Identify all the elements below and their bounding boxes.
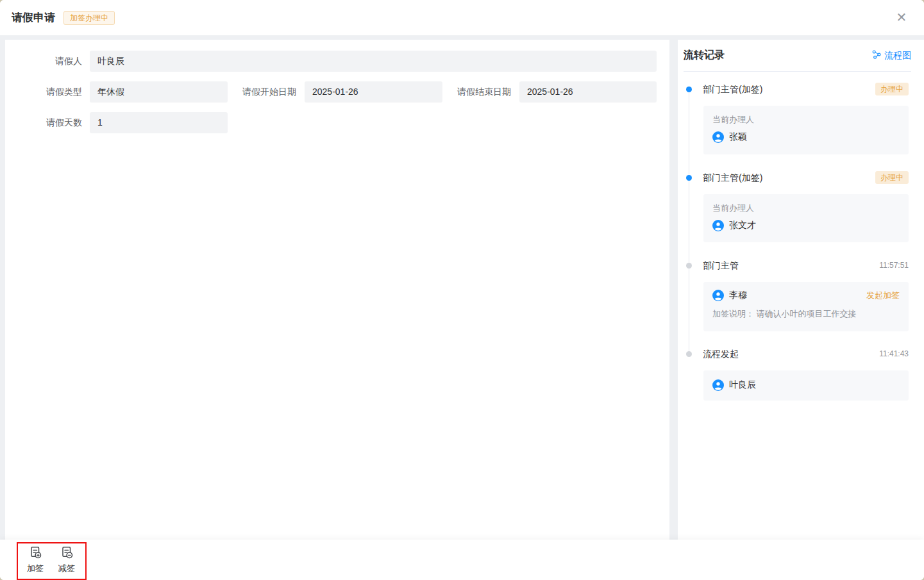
step-status-badge: 办理中 bbox=[875, 171, 909, 184]
step-status-badge: 办理中 bbox=[875, 83, 909, 95]
status-badge: 加签办理中 bbox=[63, 11, 115, 25]
current-handler-label: 当前办理人 bbox=[712, 202, 900, 214]
person-row: 李穆 发起加签 bbox=[712, 290, 900, 301]
start-date-label: 请假开始日期 bbox=[219, 81, 296, 103]
person-row: 张文才 bbox=[712, 220, 900, 231]
countersign-add-button[interactable]: 加签 bbox=[22, 545, 48, 574]
timeline-line bbox=[689, 89, 689, 354]
leave-days-field[interactable]: 1 bbox=[90, 112, 228, 133]
countersign-note: 加签说明： 请确认小叶的项目工作交接 bbox=[712, 308, 900, 320]
countersign-action-link[interactable]: 发起加签 bbox=[866, 290, 900, 301]
leave-days-label: 请假天数 bbox=[5, 112, 82, 133]
page-title: 请假申请 bbox=[12, 0, 55, 35]
leave-form-panel: 请假人 叶良辰 请假类型 年休假 请假开始日期 2025-01-26 请假结束日… bbox=[5, 40, 669, 540]
step-title: 流程发起 bbox=[703, 347, 739, 360]
step-card: 李穆 发起加签 加签说明： 请确认小叶的项目工作交接 bbox=[703, 282, 909, 331]
start-date-field[interactable]: 2025-01-26 bbox=[305, 81, 442, 103]
person-name: 李穆 bbox=[729, 290, 747, 301]
step-card: 叶良辰 bbox=[703, 370, 909, 401]
step-title: 部门主管(加签) bbox=[703, 83, 762, 95]
timeline-dot-active bbox=[686, 87, 692, 92]
close-icon[interactable]: ✕ bbox=[893, 9, 910, 26]
leave-type-label: 请假类型 bbox=[5, 81, 82, 103]
record-panel-header: 流转记录 流程图 bbox=[684, 40, 911, 72]
end-date-field[interactable]: 2025-01-26 bbox=[519, 81, 657, 103]
flowchart-link[interactable]: 流程图 bbox=[872, 50, 911, 62]
step-title: 部门主管(加签) bbox=[703, 171, 762, 184]
timeline-dot-active bbox=[686, 175, 692, 181]
applicant-label: 请假人 bbox=[5, 51, 82, 72]
flowchart-label: 流程图 bbox=[884, 50, 911, 62]
step-time: 11:41:43 bbox=[879, 347, 909, 360]
step-card: 当前办理人 张文才 bbox=[703, 194, 909, 242]
dialog-header: 请假申请 加签办理中 ✕ bbox=[0, 0, 924, 35]
avatar-icon bbox=[712, 220, 724, 231]
circulation-record-panel: 流转记录 流程图 部门主管(加签) 办理中 当前办理人 张颖 部门主管(加签) … bbox=[678, 40, 924, 540]
timeline-dot-done bbox=[686, 263, 692, 269]
person-row: 张颖 bbox=[712, 131, 900, 143]
document-minus-icon bbox=[54, 545, 80, 561]
current-handler-label: 当前办理人 bbox=[712, 113, 900, 126]
person-name: 张颖 bbox=[729, 131, 747, 143]
person-name: 叶良辰 bbox=[729, 379, 756, 391]
person-name: 张文才 bbox=[729, 220, 756, 231]
step-time: 11:57:51 bbox=[879, 259, 909, 272]
applicant-field[interactable]: 叶良辰 bbox=[90, 51, 657, 72]
timeline-dot-done bbox=[686, 351, 692, 357]
person-row: 叶良辰 bbox=[712, 379, 900, 391]
dialog-footer: 加签 减签 bbox=[0, 540, 924, 580]
flowchart-icon bbox=[872, 50, 881, 61]
leave-application-dialog: 请假申请 加签办理中 ✕ 请假人 叶良辰 请假类型 年休假 请假开始日期 202… bbox=[0, 0, 924, 580]
leave-type-field[interactable]: 年休假 bbox=[90, 81, 228, 103]
button-label: 减签 bbox=[54, 563, 80, 574]
record-panel-title: 流转记录 bbox=[684, 49, 725, 62]
button-label: 加签 bbox=[22, 563, 48, 574]
avatar-icon bbox=[712, 379, 724, 391]
document-add-icon bbox=[22, 545, 48, 561]
end-date-label: 请假结束日期 bbox=[434, 81, 511, 103]
step-title: 部门主管 bbox=[703, 259, 739, 272]
step-card: 当前办理人 张颖 bbox=[703, 106, 909, 154]
avatar-icon bbox=[712, 290, 724, 301]
countersign-reduce-button[interactable]: 减签 bbox=[54, 545, 80, 574]
avatar-icon bbox=[712, 131, 724, 143]
